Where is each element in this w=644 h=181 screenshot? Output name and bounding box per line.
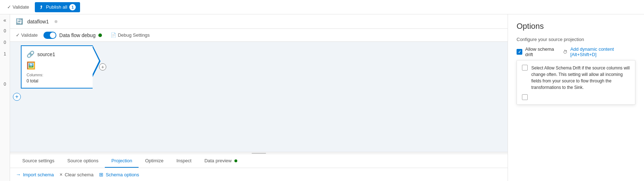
canvas-body: + 🔗 source1 🖼️ Columns: 0 total + — [10, 42, 508, 152]
tab-inspect[interactable]: Inspect — [170, 154, 198, 168]
publish-count-badge: 1 — [69, 4, 76, 10]
right-panel: Options Configure your source projection… — [508, 14, 644, 181]
tab-source-options[interactable]: Source options — [61, 154, 105, 168]
node-add-button[interactable]: + — [99, 63, 106, 71]
source-node-icon: 🔗 — [27, 50, 34, 58]
add-node-left-button[interactable]: + — [13, 93, 21, 101]
tooltip-checkbox-2[interactable] — [522, 94, 528, 100]
check-icon: ✓ — [7, 4, 11, 10]
dataflow-icon: 🔄 — [16, 18, 23, 25]
tab-optimize[interactable]: Optimize — [139, 154, 170, 168]
clear-schema-label: Clear schema — [65, 172, 93, 177]
import-schema-button[interactable]: → Import schema — [16, 172, 54, 177]
clear-schema-button[interactable]: × Clear schema — [60, 172, 93, 177]
dataflow-unsaved-dot — [55, 20, 57, 23]
collapse-button[interactable]: « — [4, 17, 6, 23]
settings-icon: 📄 — [111, 32, 116, 38]
bottom-actions: → Import schema × Clear schema ⊞ Schema … — [10, 168, 508, 181]
schema-drift-tooltip: Select Allow Schema Drift if the source … — [517, 60, 635, 105]
data-preview-dot — [234, 159, 237, 162]
debug-settings-label: Debug Settings — [118, 32, 150, 38]
clear-schema-icon: × — [60, 172, 62, 177]
tooltip-row-2 — [522, 94, 630, 100]
left-sidebar: « 0 0 1 0 — [0, 14, 10, 181]
options-title: Options — [517, 22, 635, 31]
debug-toggle-switch[interactable] — [43, 32, 56, 39]
schema-drift-clock-icon: ⏱ — [563, 49, 568, 55]
source-node-title: source1 — [37, 51, 55, 57]
tooltip-checkbox-1[interactable] — [522, 65, 528, 71]
tooltip-row-1: Select Allow Schema Drift if the source … — [522, 65, 630, 91]
import-schema-icon: → — [16, 172, 21, 177]
add-dynamic-content-link[interactable]: Add dynamic content [Alt+Shift+D] — [570, 46, 635, 57]
publish-label: Publish all — [46, 4, 67, 10]
validate-button[interactable]: ✓ Validate — [4, 3, 32, 11]
debug-label: Data flow debug — [59, 32, 95, 38]
options-subtitle: Configure your source projection — [517, 37, 635, 42]
debug-toggle: Data flow debug — [43, 32, 102, 39]
data-preview-label: Data preview — [204, 158, 232, 163]
allow-schema-drift-checkbox[interactable] — [517, 49, 522, 55]
import-schema-label: Import schema — [23, 172, 54, 177]
tooltip-text: Select Allow Schema Drift if the source … — [531, 65, 630, 91]
source-node-cols-value: 0 total — [27, 78, 88, 83]
toggle-knob — [50, 32, 56, 38]
sidebar-num-1: 0 — [4, 39, 6, 46]
check-icon-sub: ✓ — [16, 32, 20, 38]
allow-schema-drift-row: Allow schema drift ⏱ Add dynamic content… — [517, 46, 635, 57]
node-body: 🔗 source1 🖼️ Columns: 0 total + — [21, 45, 93, 89]
publish-icon: ⮭ — [39, 4, 44, 10]
validate-link[interactable]: ✓ Validate — [16, 32, 38, 38]
schema-options-button[interactable]: ⊞ Schema options — [99, 172, 139, 177]
source-node-data-icon: 🖼️ — [27, 61, 88, 70]
schema-options-label: Schema options — [106, 172, 139, 177]
tab-data-preview[interactable]: Data preview — [198, 154, 244, 168]
tab-projection[interactable]: Projection — [105, 154, 139, 168]
top-toolbar: ✓ Validate ⮭ Publish all 1 — [0, 0, 644, 14]
debug-settings-button[interactable]: 📄 Debug Settings — [111, 32, 150, 38]
canvas-area: 🔄 dataflow1 ✓ Validate Data flow debug — [10, 14, 508, 152]
validate-label: Validate — [13, 4, 29, 10]
sidebar-num-3: 0 — [4, 81, 6, 88]
validate-label-sub: Validate — [21, 32, 38, 38]
main-area: « 0 0 1 0 🔄 dataflow1 ✓ — [0, 14, 644, 181]
bottom-panel: Source settings Source options Projectio… — [10, 152, 508, 181]
drag-line — [252, 153, 266, 154]
sub-toolbar: ✓ Validate Data flow debug 📄 Debug Setti… — [10, 29, 508, 42]
schema-options-icon: ⊞ — [99, 172, 103, 177]
publish-button[interactable]: ⮭ Publish all 1 — [35, 2, 80, 12]
allow-schema-drift-label: Allow schema drift — [525, 46, 560, 57]
bottom-tabs: Source settings Source options Projectio… — [10, 154, 508, 168]
source-node[interactable]: 🔗 source1 🖼️ Columns: 0 total + — [21, 45, 93, 89]
source-node-cols-label: Columns: — [27, 73, 88, 77]
tab-source-settings[interactable]: Source settings — [16, 154, 61, 168]
dataflow-name: dataflow1 — [27, 19, 49, 24]
canvas-header: 🔄 dataflow1 — [10, 14, 508, 29]
sidebar-num-0: 0 — [4, 27, 6, 35]
debug-status-dot — [98, 33, 102, 37]
sidebar-num-2: 1 — [4, 50, 6, 58]
